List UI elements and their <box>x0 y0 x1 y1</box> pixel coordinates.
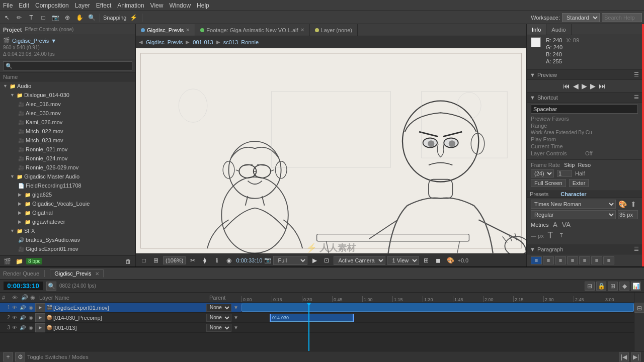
layer-row-3[interactable]: 3 👁 🔊 ◉ ▶ 📦 [001-013] None ▼ <box>0 323 242 333</box>
char-big-t-btn[interactable]: T <box>546 230 555 241</box>
tl-goto-start-btn[interactable]: |◀ <box>619 352 629 361</box>
para-align-center[interactable]: ≡ <box>543 256 554 264</box>
layer-2-solo[interactable]: ◉ <box>27 314 34 321</box>
shortcut-header[interactable]: ▼ Shortcut ☰ <box>527 93 642 103</box>
menu-item-file[interactable]: File <box>3 2 13 9</box>
playhead[interactable] <box>308 303 309 351</box>
tree-gigawhatever[interactable]: ▶ 📁 gigawhatever <box>0 217 135 226</box>
menu-item-view[interactable]: View <box>150 2 164 9</box>
menu-item-layer[interactable]: Layer <box>75 2 90 9</box>
timeline-tab-close[interactable]: ✕ <box>95 271 99 277</box>
color-swatch[interactable] <box>531 37 541 47</box>
viewer-layout-btn[interactable]: ⊞ <box>421 255 431 265</box>
prev-forward-btn[interactable]: ▶ <box>590 82 596 90</box>
new-folder-button[interactable]: 📁 <box>14 256 24 266</box>
para-align-justify[interactable]: ≡ <box>567 256 578 264</box>
layer-row-1[interactable]: 1 👁 🔊 ◉ ▶ 🎬 [GigdiscExport01.mov] None ▼ <box>0 303 242 313</box>
tree-ronnie024[interactable]: 🎥 Ronnie_024.mov <box>0 154 135 163</box>
tree-alec030[interactable]: 🎥 Alec_030.mov <box>0 109 135 118</box>
tab-audio[interactable]: Audio <box>546 24 571 35</box>
tree-vocals[interactable]: ▶ 📁 Gigadisc_Vocals_Louie <box>0 199 135 208</box>
layer-3-parent[interactable]: None <box>206 324 231 332</box>
tab-info[interactable]: Info <box>527 24 546 35</box>
viewer-info-btn[interactable]: ℹ <box>212 255 222 265</box>
layer-row-2[interactable]: 2 👁 🔊 ◉ ▶ 📦 [014-030_Precomp] None ▼ <box>0 313 242 323</box>
preview-header[interactable]: ▼ Preview ☰ <box>527 70 642 80</box>
tree-gigdisc-export[interactable]: 🎥 GigdiscExport01.mov <box>0 244 135 253</box>
viewer-grid-btn[interactable]: ⊞ <box>151 255 161 265</box>
tree-ronnie026[interactable]: 🎥 Ronnie_026-029.mov <box>0 163 135 172</box>
tree-sfx[interactable]: ▼ 📁 SFX <box>0 226 135 235</box>
para-align-justify2[interactable]: ≡ <box>579 256 590 264</box>
timeline-tab-comp[interactable]: Gigdisc_Previs ✕ <box>50 269 103 278</box>
prev-back-btn[interactable]: ◀ <box>573 82 579 90</box>
menu-item-effect[interactable]: Effect <box>96 2 111 9</box>
clip-014-030-selected[interactable]: 014-030 <box>270 314 354 322</box>
para-align-justify4[interactable]: ≡ <box>603 256 614 264</box>
viewer-color-btn[interactable]: 🎨 <box>445 255 455 265</box>
toggle-switches-label[interactable]: Toggle Switches / Modes <box>27 354 89 360</box>
tree-mitch022[interactable]: 🎥 Mitch_022.mov <box>0 127 135 136</box>
layer-3-vis[interactable]: 👁 <box>11 324 18 331</box>
comp-name[interactable]: 🎬 Gigdisc_Previs ▼ <box>3 37 132 44</box>
viewer-zoom-display[interactable]: (106%) <box>163 256 186 264</box>
layer-1-expand[interactable]: ▶ <box>35 303 45 312</box>
viewer-transparency-btn[interactable]: ⊡ <box>321 255 332 265</box>
char-font-select[interactable]: Times New Roman <box>531 200 616 209</box>
layer-1-solo[interactable]: ◉ <box>27 304 34 311</box>
tl-search-btn[interactable]: 🔍 <box>46 282 56 291</box>
para-menu-icon[interactable]: ☰ <box>634 246 639 252</box>
layer-3-arrow-icon[interactable]: ▼ <box>232 324 239 331</box>
tree-dialogue-folder[interactable]: ▼ 📁 Dialogue_014-030 <box>0 90 135 100</box>
tool-camera[interactable]: 📷 <box>50 13 60 23</box>
tl-graph-btn[interactable]: 📊 <box>631 282 641 291</box>
tl-lock-btn[interactable]: 🔒 <box>596 282 606 291</box>
tree-giga625[interactable]: ▶ 📁 giga625 <box>0 190 135 199</box>
breadcrumb-layer2[interactable]: sc013_Ronnie <box>223 39 259 45</box>
layer-2-arrow-icon[interactable]: ▼ <box>232 314 239 321</box>
clip-gigdisc-export[interactable] <box>242 304 634 312</box>
tree-gigatrial[interactable]: ▶ 📁 Gigatrial <box>0 208 135 217</box>
preview-menu-icon[interactable]: ☰ <box>634 71 639 78</box>
layer-2-expand[interactable]: ▶ <box>35 313 45 322</box>
char-small-t-btn[interactable]: T <box>557 233 566 238</box>
para-align-justify3[interactable]: ≡ <box>591 256 602 264</box>
render-queue-tab[interactable]: Render Queue <box>3 270 39 277</box>
viewer-3d-btn[interactable]: ⧫ <box>200 255 210 265</box>
menu-item-animation[interactable]: Animation <box>117 2 144 9</box>
clip-left-handle[interactable] <box>270 314 271 322</box>
prev-first-btn[interactable]: ⏮ <box>563 82 570 90</box>
tl-marker-btn[interactable]: ◆ <box>619 282 629 291</box>
para-header[interactable]: ▼ Paragraph ☰ <box>527 244 642 254</box>
tree-ronnie021[interactable]: 🎥 Ronnie_021.mov <box>0 145 135 154</box>
viewer-mode-select[interactable]: Full Half Quarter <box>273 256 307 265</box>
footage-tab-close[interactable]: ✕ <box>300 27 304 33</box>
tl-bottom-add-btn[interactable]: + <box>3 352 13 361</box>
menu-item-window[interactable]: Window <box>169 2 191 9</box>
tree-alec016[interactable]: 🎥 Alec_016.mov <box>0 100 135 109</box>
frame-skip-input[interactable] <box>557 170 572 177</box>
presets-character-header[interactable]: Presets Character <box>527 191 642 198</box>
char-size-input[interactable] <box>618 210 638 219</box>
viewer-overlay-btn[interactable]: ◉ <box>224 255 234 265</box>
tl-bottom-gear-btn[interactable]: ⚙ <box>15 352 25 361</box>
tree-brakes[interactable]: 🔊 brakes_SysAudio.wav <box>0 235 135 244</box>
layer-2-audio[interactable]: 🔊 <box>19 314 26 321</box>
workspace-select[interactable]: Standard <box>562 13 600 22</box>
prev-last-btn[interactable]: ⏭ <box>599 82 606 90</box>
char-va-btn[interactable]: VA <box>561 221 571 229</box>
tl-goto-end-btn[interactable]: ▶| <box>631 352 641 361</box>
tab-footage[interactable]: Footage: Giga Animatic New VO.L.aif ✕ <box>195 24 309 36</box>
menu-item-composition[interactable]: Composition <box>35 2 69 9</box>
tree-fieldrecording[interactable]: 📄 FieldRecording111708 <box>0 181 135 190</box>
menu-item-edit[interactable]: Edit <box>19 2 29 9</box>
tool-hand[interactable]: ✋ <box>74 13 85 23</box>
tree-mitch023[interactable]: 🎥 Mitch_023.mov <box>0 136 135 145</box>
project-search-input[interactable] <box>3 61 132 70</box>
para-align-right[interactable]: ≡ <box>555 256 566 264</box>
breadcrumb-layer1[interactable]: 001-013 <box>193 39 213 45</box>
tool-text[interactable]: T <box>26 13 36 23</box>
layer-2-vis[interactable]: 👁 <box>11 314 18 321</box>
layer-1-parent[interactable]: None <box>206 304 231 312</box>
viewer-view-select[interactable]: 1 View <box>387 256 419 265</box>
